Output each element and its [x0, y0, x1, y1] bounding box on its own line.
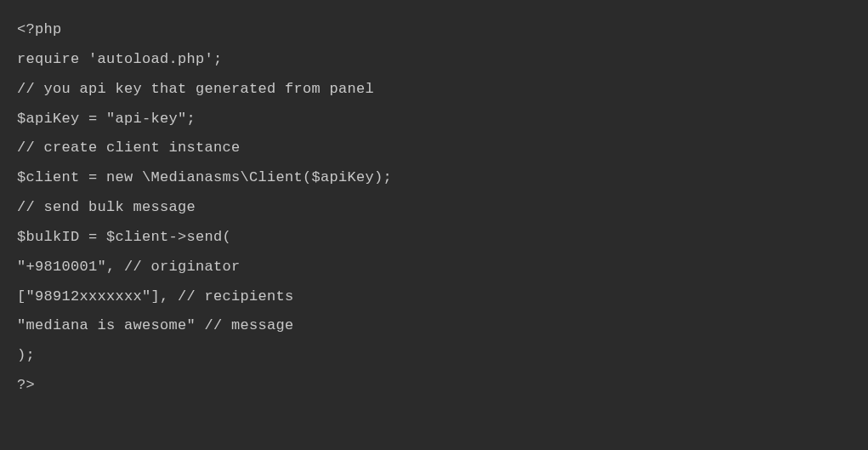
- code-line: );: [17, 341, 851, 371]
- code-line: // you api key that generated from panel: [17, 75, 851, 105]
- code-block: <?php require 'autoload.php'; // you api…: [17, 15, 851, 401]
- code-line: "+9810001", // originator: [17, 253, 851, 282]
- code-line: ?>: [17, 371, 851, 401]
- code-line: // create client instance: [17, 134, 851, 163]
- code-line: ["98912xxxxxxx"], // recipients: [17, 282, 851, 312]
- code-line: <?php: [17, 15, 851, 45]
- code-line: $apiKey = "api-key";: [17, 105, 851, 134]
- code-line: // send bulk message: [17, 193, 851, 223]
- code-line: $client = new \Medianasms\Client($apiKey…: [17, 163, 851, 193]
- code-line: $bulkID = $client->send(: [17, 223, 851, 253]
- code-line: "mediana is awesome" // message: [17, 311, 851, 341]
- code-line: require 'autoload.php';: [17, 45, 851, 75]
